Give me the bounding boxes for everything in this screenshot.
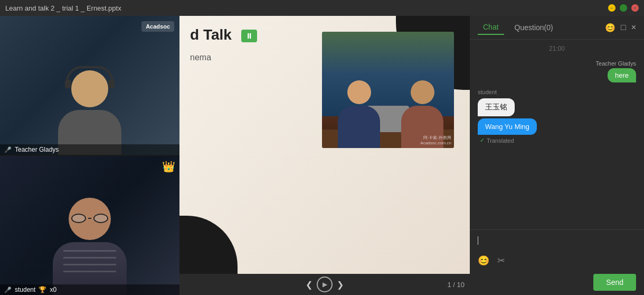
scissors-toolbar-icon[interactable]: ✂	[497, 255, 505, 266]
student-video-feed: 👑	[0, 156, 179, 295]
chat-messages: 21:00 Teacher Gladys here student 王玉铭 Wa…	[470, 40, 644, 229]
teacher-silhouette	[42, 70, 137, 155]
slide-counter: 1 / 10	[447, 281, 465, 289]
teacher-name-label: Teacher Gladys	[15, 146, 59, 153]
chat-input-area: 😊 ✂ Send	[470, 229, 644, 295]
teacher-video-bg: Acadsoc	[0, 16, 179, 155]
send-button[interactable]: Send	[593, 274, 636, 291]
glasses-left	[71, 214, 86, 223]
question-tab[interactable]: Question(0)	[509, 21, 558, 34]
student-video-placeholder: 👑	[0, 156, 179, 295]
stripe-1	[63, 250, 116, 252]
right-panel: Chat Question(0) 😊 □ × 21:00 Teacher Gla…	[470, 16, 644, 295]
photo-watermark: 阿-卡索-外教网 Acadsoc.com.cn	[420, 135, 451, 145]
close-button[interactable]: ×	[631, 4, 639, 12]
student-label-bar: 🎤 student 🏆 x0	[0, 284, 179, 295]
student-video-bg: 👑	[0, 156, 179, 295]
student-message-label: student	[478, 89, 636, 95]
maximize-header-icon[interactable]: □	[621, 23, 626, 33]
emoji-toolbar-icon[interactable]: 😊	[478, 255, 489, 266]
teacher-video-feed: Acadsoc 🎤 Teacher Gladys	[0, 16, 179, 156]
stripe-4	[63, 271, 116, 272]
person-left-head	[347, 80, 371, 104]
left-panel: Acadsoc 🎤 Teacher Gladys	[0, 16, 179, 295]
teacher-message: Teacher Gladys here	[478, 60, 636, 82]
chat-header: Chat Question(0) 😊 □ ×	[470, 16, 644, 40]
acadsoc-logo: Acadsoc	[141, 21, 174, 32]
stripe-2	[63, 257, 116, 259]
student-messages: student 王玉铭 Wang Yu Ming ✓ Translated	[478, 89, 636, 144]
teacher-message-bubble: here	[608, 68, 636, 82]
main-content: Acadsoc 🎤 Teacher Gladys	[0, 16, 644, 295]
emoji-header-icon[interactable]: 😊	[605, 23, 615, 33]
mic-icon-student: 🎤	[4, 287, 12, 293]
chat-send-row: Send	[470, 270, 644, 295]
title-bar: Learn and talk 2 _ trial 1 _ Ernest.pptx…	[0, 0, 644, 16]
chat-tab[interactable]: Chat	[478, 20, 504, 35]
blob-bottom-left	[179, 216, 238, 274]
play-button[interactable]: ▶	[317, 276, 333, 292]
translated-badge: ✓ Translated	[480, 137, 636, 144]
slide-content: d Talk ⏸ nema	[179, 16, 470, 274]
window-title: Learn and talk 2 _ trial 1 _ Ernest.pptx	[5, 4, 121, 12]
teacher-label-bar: 🎤 Teacher Gladys	[0, 144, 179, 155]
maximize-button[interactable]: □	[620, 4, 627, 12]
photo-person-left	[338, 80, 380, 148]
next-slide-button[interactable]: ❯	[333, 278, 348, 292]
cursor-area[interactable]	[470, 230, 644, 251]
chinese-message-bubble: 王玉铭	[478, 98, 515, 116]
close-chat-icon[interactable]: ×	[631, 23, 636, 33]
minimize-button[interactable]: −	[608, 4, 615, 12]
center-panel: d Talk ⏸ nema	[179, 16, 470, 295]
translated-name-bubble: Wang Yu Ming	[478, 118, 537, 135]
chat-timestamp: 21:00	[478, 45, 636, 52]
stripe-3	[63, 264, 116, 265]
teacher-head	[71, 70, 108, 107]
glasses-icon	[71, 214, 108, 223]
mic-icon: 🎤	[4, 146, 12, 153]
crown-icon: 👑	[162, 160, 175, 173]
person-right-head	[411, 80, 434, 104]
presentation-area: d Talk ⏸ nema	[179, 16, 470, 295]
person-left-body	[338, 106, 380, 148]
student-silhouette	[53, 198, 127, 295]
teacher-video-placeholder: Acadsoc	[0, 16, 179, 155]
slide-background: d Talk ⏸ nema	[179, 16, 470, 274]
photo-people: 阿-卡索-外教网 Acadsoc.com.cn	[322, 32, 454, 148]
slide-photo: 阿-卡索-外教网 Acadsoc.com.cn	[322, 32, 454, 148]
trophy-icon: 🏆	[39, 286, 46, 293]
glasses-bridge	[88, 218, 91, 219]
headset-icon	[66, 66, 113, 82]
slide-subtitle: nema	[190, 53, 211, 62]
student-name-label: student	[15, 286, 35, 293]
slide-controls: ❮ ▶ ❯ 1 / 10	[179, 274, 470, 295]
prev-slide-button[interactable]: ❮	[301, 278, 317, 292]
trophy-count: x0	[50, 286, 56, 293]
translated-label: Translated	[487, 137, 514, 144]
slide-controls-inner: ❮ ▶ ❯ 1 / 10	[179, 276, 470, 292]
pause-badge: ⏸	[241, 30, 257, 42]
chat-toolbar: 😊 ✂	[470, 251, 644, 270]
student-head	[69, 198, 111, 240]
header-icons: 😊 □ ×	[605, 23, 636, 33]
check-icon: ✓	[480, 137, 485, 144]
window-controls: − □ ×	[608, 4, 639, 12]
glasses-right	[93, 214, 108, 223]
text-cursor	[478, 236, 478, 245]
teacher-message-sender: Teacher Gladys	[596, 60, 636, 67]
slide-title: d Talk ⏸	[190, 26, 257, 43]
